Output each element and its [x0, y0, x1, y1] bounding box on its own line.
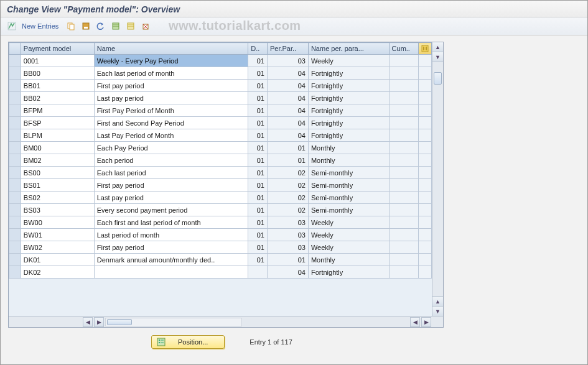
- cell-per-par[interactable]: 01: [267, 142, 308, 154]
- cell-payment-model[interactable]: BB00: [21, 67, 94, 80]
- cell-name-per-para[interactable]: Fortnightly: [308, 92, 389, 104]
- select-all-icon[interactable]: [110, 20, 122, 32]
- cell-per-par[interactable]: 04: [267, 129, 308, 142]
- table-row[interactable]: DK0204Fortnightly: [9, 266, 432, 279]
- cell-cum[interactable]: [389, 241, 418, 254]
- cell-name[interactable]: Last pay period: [94, 192, 248, 204]
- row-selector[interactable]: [9, 92, 21, 104]
- deselect-all-icon[interactable]: [124, 20, 137, 32]
- hscroll2-left-icon[interactable]: ◀: [410, 317, 420, 327]
- cell-d[interactable]: 01: [248, 254, 268, 266]
- cell-d[interactable]: [248, 266, 268, 279]
- cell-cum[interactable]: [389, 142, 418, 154]
- copy-icon[interactable]: [65, 20, 77, 32]
- cell-d[interactable]: 01: [248, 117, 268, 129]
- table-row[interactable]: BS03Every second payment period0102Semi-…: [9, 204, 432, 216]
- cell-per-par[interactable]: 02: [267, 192, 308, 204]
- cell-cum[interactable]: [389, 55, 418, 67]
- cell-payment-model[interactable]: 0001: [21, 55, 94, 67]
- cell-payment-model[interactable]: BM02: [21, 154, 94, 167]
- cell-per-par[interactable]: 02: [267, 167, 308, 179]
- cell-payment-model[interactable]: BM00: [21, 142, 94, 154]
- cell-cum[interactable]: [389, 254, 418, 266]
- cell-d[interactable]: 01: [248, 142, 268, 154]
- col-cum[interactable]: Cum..: [389, 43, 418, 55]
- table-row[interactable]: BW02First pay period0103Weekly: [9, 241, 432, 254]
- cell-d[interactable]: 01: [248, 55, 268, 67]
- cell-cum[interactable]: [389, 129, 418, 142]
- cell-cum[interactable]: [389, 80, 418, 92]
- cell-name-per-para[interactable]: Fortnightly: [308, 80, 389, 92]
- cell-name[interactable]: Denmark annual amount/monthly ded..: [94, 254, 248, 266]
- cell-payment-model[interactable]: BW02: [21, 241, 94, 254]
- col-rowselect[interactable]: [9, 43, 21, 55]
- cell-name[interactable]: Last period of month: [94, 229, 248, 241]
- table-row[interactable]: BB01First pay period0104Fortnightly: [9, 80, 432, 92]
- col-name[interactable]: Name: [94, 43, 248, 55]
- toggle-display-icon[interactable]: [6, 20, 18, 32]
- hscroll-thumb-left[interactable]: [107, 319, 132, 325]
- cell-cum[interactable]: [389, 204, 418, 216]
- table-row[interactable]: BLPMLast Pay Period of Month0104Fortnigh…: [9, 129, 432, 142]
- row-selector[interactable]: [9, 204, 21, 216]
- cell-name-per-para[interactable]: Semi-monthly: [308, 167, 389, 179]
- cell-cum[interactable]: [389, 167, 418, 179]
- table-row[interactable]: BS00Each last period0102Semi-monthly: [9, 167, 432, 179]
- cell-name-per-para[interactable]: Weekly: [308, 241, 389, 254]
- cell-name[interactable]: First and Second Pay Period: [94, 117, 248, 129]
- cell-name[interactable]: First Pay Period of Month: [94, 104, 248, 117]
- cell-name-per-para[interactable]: Semi-monthly: [308, 204, 389, 216]
- cell-d[interactable]: 01: [248, 192, 268, 204]
- row-selector[interactable]: [9, 216, 21, 229]
- scroll-track[interactable]: [432, 62, 443, 296]
- col-d[interactable]: D..: [248, 43, 268, 55]
- cell-payment-model[interactable]: BS01: [21, 179, 94, 192]
- cell-per-par[interactable]: 03: [267, 55, 308, 67]
- delete-icon[interactable]: [139, 20, 152, 32]
- row-selector[interactable]: [9, 129, 21, 142]
- row-selector[interactable]: [9, 241, 21, 254]
- cell-cum[interactable]: [389, 92, 418, 104]
- table-row[interactable]: 0001Weekly - Every Pay Period0103Weekly: [9, 55, 432, 67]
- row-selector[interactable]: [9, 266, 21, 279]
- table-row[interactable]: BS01First pay period0102Semi-monthly: [9, 179, 432, 192]
- cell-per-par[interactable]: 02: [267, 179, 308, 192]
- hscroll-right-icon[interactable]: ▶: [94, 317, 104, 327]
- cell-payment-model[interactable]: BB02: [21, 92, 94, 104]
- cell-d[interactable]: 01: [248, 241, 268, 254]
- cell-payment-model[interactable]: BB01: [21, 80, 94, 92]
- cell-per-par[interactable]: 03: [267, 241, 308, 254]
- table-row[interactable]: BW00Each first and last period of month0…: [9, 216, 432, 229]
- cell-d[interactable]: 01: [248, 67, 268, 80]
- cell-cum[interactable]: [389, 266, 418, 279]
- cell-name[interactable]: Last Pay Period of Month: [94, 129, 248, 142]
- cell-name[interactable]: Every second payment period: [94, 204, 248, 216]
- row-selector[interactable]: [9, 167, 21, 179]
- cell-d[interactable]: 01: [248, 216, 268, 229]
- cell-cum[interactable]: [389, 216, 418, 229]
- table-row[interactable]: BFSPFirst and Second Pay Period0104Fortn…: [9, 117, 432, 129]
- col-payment-model[interactable]: Payment model: [21, 43, 94, 55]
- row-selector[interactable]: [9, 179, 21, 192]
- cell-cum[interactable]: [389, 192, 418, 204]
- cell-payment-model[interactable]: DK01: [21, 254, 94, 266]
- table-row[interactable]: BM02Each period0101Monthly: [9, 154, 432, 167]
- cell-name-per-para[interactable]: Fortnightly: [308, 104, 389, 117]
- cell-payment-model[interactable]: BS00: [21, 167, 94, 179]
- cell-cum[interactable]: [389, 179, 418, 192]
- cell-per-par[interactable]: 01: [267, 154, 308, 167]
- cell-name-per-para[interactable]: Monthly: [308, 154, 389, 167]
- cell-cum[interactable]: [389, 229, 418, 241]
- table-row[interactable]: BB02Last pay period0104Fortnightly: [9, 92, 432, 104]
- cell-d[interactable]: 01: [248, 154, 268, 167]
- row-selector[interactable]: [9, 154, 21, 167]
- position-button[interactable]: Position...: [151, 335, 225, 349]
- cell-name[interactable]: Last pay period: [94, 92, 248, 104]
- cell-cum[interactable]: [389, 67, 418, 80]
- vertical-scrollbar[interactable]: ▲ ▼ ▲ ▼: [432, 42, 443, 316]
- row-selector[interactable]: [9, 254, 21, 266]
- row-selector[interactable]: [9, 117, 21, 129]
- cell-d[interactable]: 01: [248, 229, 268, 241]
- cell-per-par[interactable]: 04: [267, 92, 308, 104]
- cell-payment-model[interactable]: DK02: [21, 266, 94, 279]
